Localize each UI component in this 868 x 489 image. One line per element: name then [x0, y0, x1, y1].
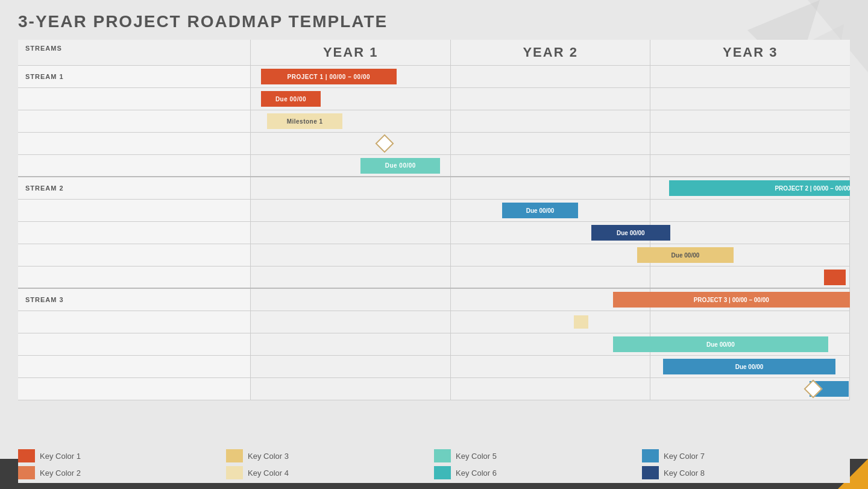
legend-swatch-3 — [226, 449, 243, 462]
project1-bar: PROJECT 1 | 00/00 – 00/00 — [261, 69, 397, 84]
stream1-label: STREAM 1 — [18, 66, 251, 87]
legend-label-3: Key Color 3 — [248, 452, 289, 461]
legend-item-8: Key Color 8 — [642, 466, 850, 479]
s2-due3-bar: Due 00/00 — [637, 247, 734, 263]
project2-bar: PROJECT 2 | 00/00 – 00/00 — [669, 180, 850, 196]
stream3-row1: STREAM 3 PROJECT 3 | 00/00 – 00/00 — [18, 289, 850, 311]
s3-small-bar — [574, 315, 588, 329]
year1-header: YEAR 1 — [251, 40, 451, 65]
legend-item-1: Key Color 1 — [18, 449, 226, 462]
page-title: 3-YEAR PROJECT ROADMAP TEMPLATE — [18, 12, 850, 31]
stream1-row1: STREAM 1 PROJECT 1 | 00/00 – 00/00 — [18, 66, 850, 88]
s2-due2-bar: Due 00/00 — [591, 225, 670, 241]
stream3-row3: Due 00/00 — [18, 333, 850, 356]
legend-area: Key Color 1 Key Color 2 Key Color 3 Key … — [18, 443, 850, 483]
year2-header: YEAR 2 — [451, 40, 651, 65]
legend-label-7: Key Color 7 — [664, 452, 705, 461]
stream2-row5 — [18, 267, 850, 289]
legend-item-6: Key Color 6 — [434, 466, 642, 479]
milestone1-bar: Milestone 1 — [267, 113, 343, 129]
s3-due1-bar: Due 00/00 — [613, 336, 829, 352]
stream1-row4 — [18, 133, 850, 155]
stream3-label: STREAM 3 — [18, 289, 251, 311]
legend-swatch-2 — [18, 466, 35, 479]
legend-swatch-6 — [434, 466, 451, 479]
legend-item-3: Key Color 3 — [226, 449, 434, 462]
stream1-label2 — [18, 88, 251, 110]
legend-label-8: Key Color 8 — [664, 468, 705, 478]
stream1-row5: Due 00/00 — [18, 155, 850, 177]
stream2-row3: Due 00/00 — [18, 222, 850, 244]
stream3-row2 — [18, 311, 850, 333]
legend-swatch-5 — [434, 449, 451, 462]
s2-small-bar — [824, 270, 846, 285]
stream2-row1: STREAM 2 PROJECT 2 | 00/00 – 00/00 — [18, 177, 850, 200]
stream1-row3: Milestone 1 — [18, 110, 850, 133]
legend-swatch-8 — [642, 466, 659, 479]
due2-bar: Due 00/00 — [360, 158, 440, 174]
legend-swatch-7 — [642, 449, 659, 462]
legend-label-5: Key Color 5 — [456, 452, 497, 461]
project3-bar: PROJECT 3 | 00/00 – 00/00 — [613, 292, 850, 308]
legend-item-7: Key Color 7 — [642, 449, 850, 462]
s3-due2-bar: Due 00/00 — [663, 359, 835, 374]
legend-label-1: Key Color 1 — [40, 452, 81, 461]
streams-header: STREAMS — [18, 40, 251, 65]
year3-header: YEAR 3 — [650, 40, 850, 65]
legend-label-6: Key Color 6 — [456, 468, 497, 478]
legend-item-5: Key Color 5 — [434, 449, 642, 462]
stream2-label: STREAM 2 — [18, 177, 251, 199]
stream3-row5 — [18, 378, 850, 400]
legend-item-4: Key Color 4 — [226, 466, 434, 479]
legend-label-4: Key Color 4 — [248, 468, 289, 478]
s2-due1-bar: Due 00/00 — [502, 203, 578, 218]
legend-item-2: Key Color 2 — [18, 466, 226, 479]
legend-swatch-4 — [226, 466, 243, 479]
legend-swatch-1 — [18, 449, 35, 462]
legend-label-2: Key Color 2 — [40, 468, 81, 478]
s3-end-bar — [810, 381, 848, 397]
stream2-row2: Due 00/00 — [18, 200, 850, 222]
due1-bar: Due 00/00 — [261, 91, 321, 107]
stream2-row4: Due 00/00 — [18, 244, 850, 267]
diamond1 — [375, 134, 394, 153]
stream1-row2: Due 00/00 — [18, 88, 850, 110]
stream3-row4: Due 00/00 — [18, 356, 850, 378]
